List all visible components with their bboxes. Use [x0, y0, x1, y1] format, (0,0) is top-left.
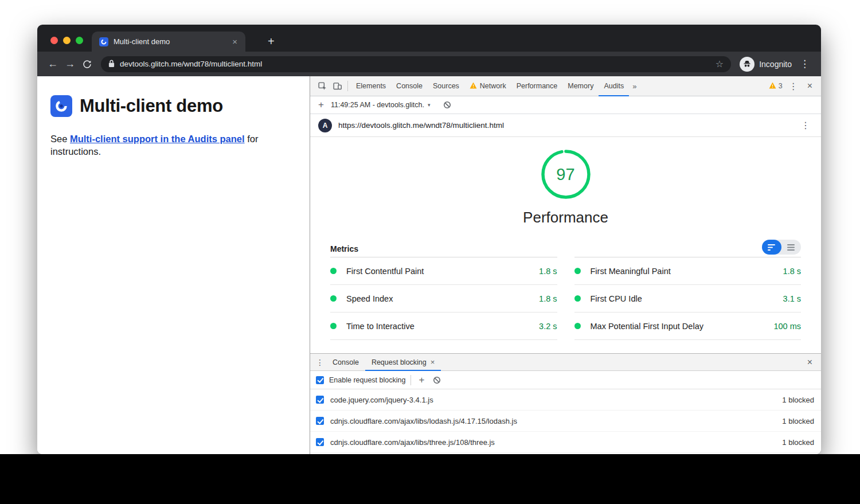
page-paragraph: See Multi-client support in the Audits p… — [50, 132, 288, 158]
glitch-logo-icon — [50, 95, 72, 117]
metric-row-fmp: First Meaningful Paint 1.8 s — [574, 257, 802, 285]
browser-tab[interactable]: Multi-client demo × — [92, 32, 245, 52]
bookmark-star-icon[interactable]: ☆ — [716, 58, 724, 69]
enable-blocking-checkbox[interactable] — [316, 376, 324, 384]
forward-button[interactable]: → — [61, 58, 79, 70]
audits-support-link[interactable]: Multi-client support in the Audits panel — [70, 134, 245, 144]
reload-button[interactable] — [79, 59, 96, 69]
more-tabs-icon[interactable]: » — [629, 82, 640, 91]
devtools-close-icon[interactable]: × — [804, 81, 815, 91]
performance-score-gauge[interactable]: 97 — [541, 149, 591, 200]
new-tab-button[interactable]: + — [263, 34, 279, 49]
metrics-column-left: Metrics First Contentful Paint 1.8 s Spe… — [330, 240, 557, 340]
compact-view-icon[interactable] — [762, 240, 781, 255]
warning-count-label: 3 — [779, 82, 783, 90]
tab-memory[interactable]: Memory — [562, 76, 599, 96]
remove-all-patterns-icon[interactable] — [433, 376, 441, 384]
tab-title: Multi-client demo — [114, 37, 225, 46]
incognito-label: Incognito — [759, 60, 792, 69]
metric-value: 1.8 s — [539, 294, 557, 303]
metrics-section: Metrics First Contentful Paint 1.8 s Spe… — [310, 240, 821, 340]
tab-sources[interactable]: Sources — [428, 76, 464, 96]
audit-session-dropdown[interactable]: 11:49:25 AM - devtools.glitch. ▾ — [331, 101, 431, 109]
add-pattern-button[interactable]: + — [416, 374, 427, 386]
list-view-icon[interactable] — [781, 240, 801, 255]
incognito-icon — [740, 57, 755, 72]
tab-elements[interactable]: Elements — [351, 76, 391, 96]
clear-audits-icon[interactable] — [443, 101, 451, 109]
inspect-element-icon[interactable] — [315, 79, 330, 93]
lock-icon — [108, 59, 115, 69]
blocked-count: 1 blocked — [782, 438, 814, 447]
devtools-drawer: ⋮ Console Request blocking × × Enable re… — [310, 353, 821, 454]
drawer-menu-icon[interactable]: ⋮ — [314, 358, 326, 367]
metric-value: 3.2 s — [539, 322, 557, 331]
tab-performance[interactable]: Performance — [511, 76, 563, 96]
minimize-window-button[interactable] — [63, 37, 71, 44]
window-controls — [50, 37, 83, 44]
metric-pass-icon — [330, 295, 337, 302]
tab-strip: Multi-client demo × + — [37, 25, 821, 52]
metric-label: First Meaningful Paint — [591, 267, 783, 276]
metric-row-tti: Time to Interactive 3.2 s — [330, 312, 557, 340]
drawer-tab-close-icon[interactable]: × — [431, 358, 435, 366]
metric-value: 1.8 s — [783, 267, 801, 276]
blocked-count: 1 blocked — [782, 396, 814, 404]
chevron-down-icon: ▾ — [428, 102, 431, 108]
address-bar[interactable]: devtools.glitch.me/wndt78/multiclient.ht… — [101, 56, 731, 72]
lighthouse-report: 97 Performance Metrics First Contentful … — [310, 137, 821, 353]
request-blocking-toolbar: Enable request blocking + — [310, 371, 821, 389]
tab-network[interactable]: Network — [464, 76, 511, 96]
category-title[interactable]: Performance — [523, 209, 608, 226]
paragraph-prefix: See — [50, 134, 70, 144]
metric-row-cpu-idle: First CPU Idle 3.1 s — [574, 285, 802, 312]
metric-row-fcp: First Contentful Paint 1.8 s — [330, 257, 557, 285]
report-menu-icon[interactable]: ⋮ — [798, 120, 813, 131]
new-audit-button[interactable]: + — [316, 99, 326, 111]
tab-console[interactable]: Console — [391, 76, 428, 96]
audit-session-label: 11:49:25 AM - devtools.glitch. — [331, 101, 424, 109]
url-text[interactable]: devtools.glitch.me/wndt78/multiclient.ht… — [120, 60, 710, 68]
drawer-tab-label: Request blocking — [372, 358, 427, 366]
drawer-tab-request-blocking[interactable]: Request blocking × — [365, 354, 441, 371]
devtools-menu-icon[interactable]: ⋮ — [786, 81, 801, 92]
devtools-toolbar-right: 3 ⋮ × — [769, 81, 818, 92]
metrics-view-toggle[interactable] — [762, 240, 801, 255]
screenshot-stage: Multi-client demo × + ← → devtools.glitc… — [0, 0, 860, 504]
page-header: Multi-client demo — [50, 95, 310, 117]
maximize-window-button[interactable] — [76, 37, 83, 44]
tab-close-icon[interactable]: × — [230, 36, 240, 47]
drawer-tab-console[interactable]: Console — [326, 354, 365, 371]
drawer-close-icon[interactable]: × — [802, 357, 818, 368]
blocked-pattern-row[interactable]: code.jquery.com/jquery-3.4.1.js 1 blocke… — [310, 389, 821, 411]
pattern-checkbox[interactable] — [316, 438, 324, 446]
web-page: Multi-client demo See Multi-client suppo… — [37, 76, 310, 454]
metric-label: First CPU Idle — [591, 294, 783, 303]
close-window-button[interactable] — [50, 37, 58, 44]
tab-network-label: Network — [480, 82, 506, 90]
glitch-favicon-icon — [99, 37, 108, 46]
metric-pass-icon — [330, 323, 337, 329]
incognito-indicator: Incognito — [740, 57, 792, 72]
blocked-pattern-row[interactable]: cdnjs.cloudflare.com/ajax/libs/lodash.js… — [310, 411, 821, 432]
issues-counter[interactable]: 3 — [769, 82, 783, 91]
device-toolbar-icon[interactable] — [330, 79, 345, 93]
metric-label: Speed Index — [346, 294, 539, 303]
pattern-checkbox[interactable] — [316, 396, 324, 404]
browser-toolbar: ← → devtools.glitch.me/wndt78/multiclien… — [37, 52, 821, 76]
site-icon: A — [318, 119, 332, 132]
metrics-header-spacer — [574, 240, 802, 257]
back-button[interactable]: ← — [44, 58, 61, 70]
metric-label: First Contentful Paint — [346, 267, 539, 276]
metric-label: Max Potential First Input Delay — [591, 322, 774, 331]
audited-url: https://devtools.glitch.me/wndt78/multic… — [338, 121, 792, 130]
metric-row-speed-index: Speed Index 1.8 s — [330, 285, 557, 312]
tab-audits[interactable]: Audits — [599, 76, 629, 96]
warning-icon — [769, 82, 776, 91]
browser-menu-icon[interactable]: ⋮ — [795, 58, 814, 70]
blocked-pattern-row[interactable]: cdnjs.cloudflare.com/ajax/libs/three.js/… — [310, 432, 821, 453]
metrics-column-right: First Meaningful Paint 1.8 s First CPU I… — [574, 240, 802, 340]
blocked-count: 1 blocked — [782, 417, 814, 425]
pattern-checkbox[interactable] — [316, 417, 324, 425]
metric-value: 3.1 s — [783, 294, 801, 303]
